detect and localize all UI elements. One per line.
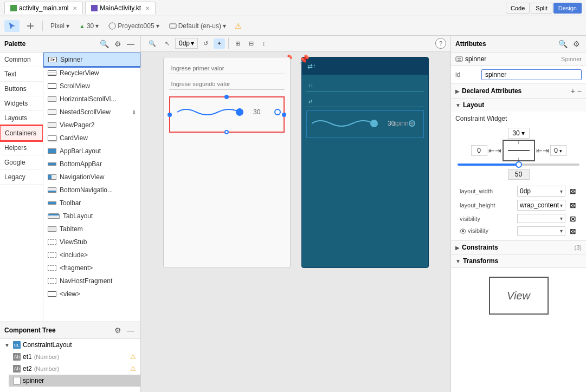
tree-item-et1[interactable]: Ab et1 (Number) ⚠: [9, 351, 140, 363]
palette-item-navigationview[interactable]: NavigationView: [43, 171, 140, 184]
palette-cat-google[interactable]: Google: [0, 155, 43, 170]
phone-input-2[interactable]: [169, 79, 285, 90]
visibility-extra-btn-1[interactable]: ⊠: [569, 214, 577, 223]
palette-item-bottomnavigation[interactable]: BottomNavigatio...: [43, 184, 140, 197]
view-preview-section: View: [451, 268, 586, 323]
dark-slider-widget: 30 spinner: [306, 110, 424, 138]
declared-attrs-minus-btn[interactable]: −: [577, 87, 582, 95]
pin-icon-right: 📌: [299, 54, 310, 64]
top-margin-input[interactable]: 30 ▾: [508, 128, 530, 139]
palette-item-cardview[interactable]: CardView: [43, 132, 140, 145]
palette-settings-btn[interactable]: ⚙: [113, 39, 123, 49]
design-tab[interactable]: Design: [553, 3, 582, 14]
palette-cat-buttons[interactable]: Buttons: [0, 82, 43, 96]
palette-item-viewstub-label: ViewStub: [60, 238, 87, 246]
anchor-right: [282, 113, 286, 117]
transforms-section-header[interactable]: ▼ Transforms: [451, 254, 586, 267]
dark-slider-svg: 30 spinner: [309, 115, 423, 132]
palette-item-toolbar[interactable]: Toolbar: [43, 197, 140, 210]
layout-width-select[interactable]: 0dp ▾: [517, 186, 565, 197]
nestedscrollview-badge: ⬇: [132, 109, 136, 115]
palette-item-include[interactable]: <include>: [43, 249, 140, 262]
palette-item-navhostfragment[interactable]: NavHostFragment: [43, 275, 140, 288]
align-vert-btn[interactable]: ⊟: [246, 38, 257, 49]
tab-mainactivity-kt[interactable]: MainActivity.kt ✕: [85, 2, 156, 14]
palette-item-bottomappbar[interactable]: BottomAppBar: [43, 158, 140, 171]
right-margin-input[interactable]: 0 ▾: [550, 145, 566, 156]
tab-label-xml: activity_main.xml: [19, 4, 68, 12]
api-btn[interactable]: ▲ 30 ▾: [76, 21, 102, 31]
visibility-select-2[interactable]: ▾: [517, 226, 565, 236]
close-icon-kt[interactable]: ✕: [145, 5, 150, 11]
visibility-select-1[interactable]: ▾: [517, 214, 565, 223]
declared-attrs-arrow: ▶: [455, 88, 460, 94]
tree-item-constraintlayout[interactable]: ▼ CL ConstraintLayout: [0, 339, 140, 351]
select-tool-btn[interactable]: [4, 20, 20, 32]
pixel-btn[interactable]: Pixel ▾: [47, 21, 73, 31]
id-input[interactable]: [481, 69, 582, 80]
phone-input-1[interactable]: [169, 63, 285, 74]
tab-activity-xml[interactable]: activity_main.xml ✕: [4, 2, 83, 14]
code-tab[interactable]: Code: [506, 3, 530, 14]
palette-item-tablayout[interactable]: TabLayout: [43, 210, 140, 223]
right-margin-value: 0: [554, 147, 558, 154]
declared-attrs-header[interactable]: ▶ Declared Attributes + −: [451, 84, 586, 98]
palette-item-scrollview[interactable]: ScrollView: [43, 80, 140, 93]
constraints-section-header[interactable]: ▶ Constraints (3): [451, 241, 586, 254]
layout-section-header[interactable]: ▼ Layout: [451, 99, 586, 112]
help-btn[interactable]: ?: [435, 38, 446, 49]
dark-input-1-label: ↕↕: [308, 83, 313, 88]
palette-item-view[interactable]: <view>: [43, 288, 140, 300]
tree-item-et2[interactable]: Ab et2 (Number) ⚠: [9, 363, 140, 375]
palette-search-btn[interactable]: 🔍: [98, 39, 111, 49]
palette-item-viewpager2[interactable]: ViewPager2: [43, 119, 140, 132]
palette-minimize-btn[interactable]: —: [125, 39, 136, 49]
layout-width-label: layout_width: [460, 188, 514, 194]
magic-btn[interactable]: ✦: [214, 38, 225, 49]
palette-cat-common[interactable]: Common: [0, 53, 43, 67]
declared-attrs-add-btn[interactable]: +: [571, 87, 575, 95]
locale-btn[interactable]: Default (en-us) ▾: [166, 21, 229, 31]
component-tree-settings-btn[interactable]: ⚙: [113, 325, 123, 335]
dropdown-arrow-project: ▾: [156, 22, 159, 30]
cursor-btn[interactable]: ↖: [162, 38, 173, 49]
palette-item-fragment[interactable]: <fragment>: [43, 262, 140, 275]
panning-tool-btn[interactable]: [23, 20, 38, 32]
layout-width-extra-btn[interactable]: ⊠: [569, 187, 577, 195]
palette-item-nestedscrollview[interactable]: NestedScrollView ⬇: [43, 106, 140, 119]
component-tree-header: Component Tree ⚙ —: [0, 322, 140, 339]
layout-height-extra-btn[interactable]: ⊠: [569, 201, 577, 210]
align-horiz-btn[interactable]: ⊞: [232, 38, 243, 49]
project-btn[interactable]: Proyecto005 ▾: [105, 21, 162, 31]
left-margin-input[interactable]: 0: [471, 145, 487, 156]
palette-cat-layouts[interactable]: Layouts: [0, 111, 43, 126]
palette-cat-helpers[interactable]: Helpers: [0, 141, 43, 155]
palette-item-spinner[interactable]: ≡▾ Spinner: [43, 53, 140, 67]
palette-item-appbarlayout[interactable]: AppBarLayout: [43, 145, 140, 158]
refresh-btn[interactable]: ↺: [200, 38, 211, 49]
left-arrows: ⇤⇥: [488, 146, 501, 155]
attrs-search-btn[interactable]: 🔍: [557, 39, 569, 49]
palette-item-recyclerview[interactable]: RecyclerView: [43, 67, 140, 80]
layout-height-select[interactable]: wrap_content ▾: [517, 200, 565, 211]
close-icon-xml[interactable]: ✕: [73, 5, 77, 11]
palette-item-viewstub[interactable]: ViewStub: [43, 236, 140, 249]
palette-cat-widgets[interactable]: Widgets: [0, 96, 43, 111]
split-tab[interactable]: Split: [531, 3, 552, 14]
tree-item-spinner[interactable]: ≡ spinner: [9, 375, 140, 387]
palette-item-hscrollview[interactable]: HorizontalScrollVi...: [43, 93, 140, 106]
bias-slider[interactable]: [458, 164, 579, 166]
visibility-extra-btn-2[interactable]: ⊠: [569, 227, 577, 236]
palette-cat-legacy[interactable]: Legacy: [0, 170, 43, 185]
left-constraint-wrap: 0 ⇤⇥: [471, 145, 501, 156]
zoom-out-btn[interactable]: 🔍: [145, 38, 159, 49]
separator-canvas-1: [228, 38, 229, 49]
palette-cat-containers[interactable]: Containers: [0, 126, 43, 141]
palette-cat-text[interactable]: Text: [0, 67, 43, 82]
component-tree-minimize-btn[interactable]: —: [125, 325, 136, 335]
dp-input-wrap[interactable]: 0dp ▾: [175, 38, 198, 49]
attrs-settings-btn[interactable]: ⚙: [571, 39, 582, 49]
tree-item-et2-label: et2: [23, 365, 32, 373]
palette-item-tabitem[interactable]: TabItem: [43, 223, 140, 236]
pack-btn[interactable]: ↕: [259, 38, 269, 48]
